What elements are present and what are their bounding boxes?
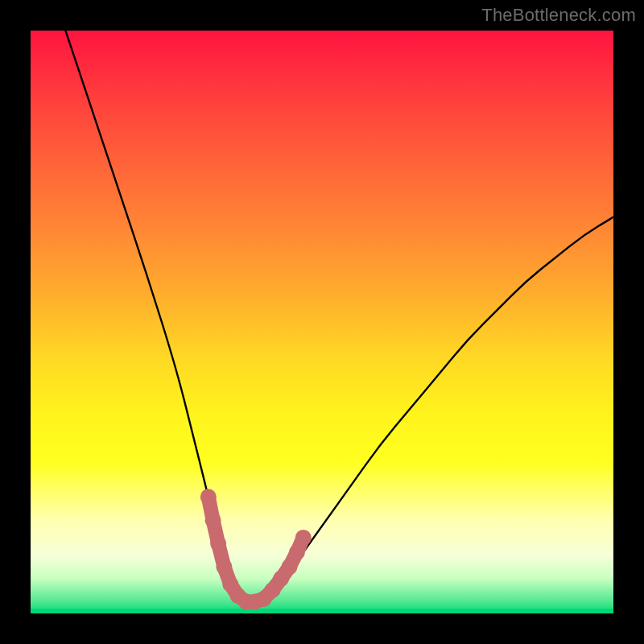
marker-dot (210, 535, 226, 551)
plot-area (31, 31, 613, 613)
bottleneck-curve (65, 31, 613, 602)
chart-frame: TheBottleneck.com (0, 0, 644, 644)
curve-markers (200, 489, 312, 609)
marker-dot (289, 544, 305, 560)
marker-dot (295, 530, 312, 546)
watermark-text: TheBottleneck.com (481, 5, 636, 26)
curve-svg (31, 31, 613, 613)
marker-dot (205, 512, 221, 528)
marker-dot (216, 559, 232, 575)
marker-dot (282, 559, 298, 575)
marker-dot (200, 489, 217, 505)
